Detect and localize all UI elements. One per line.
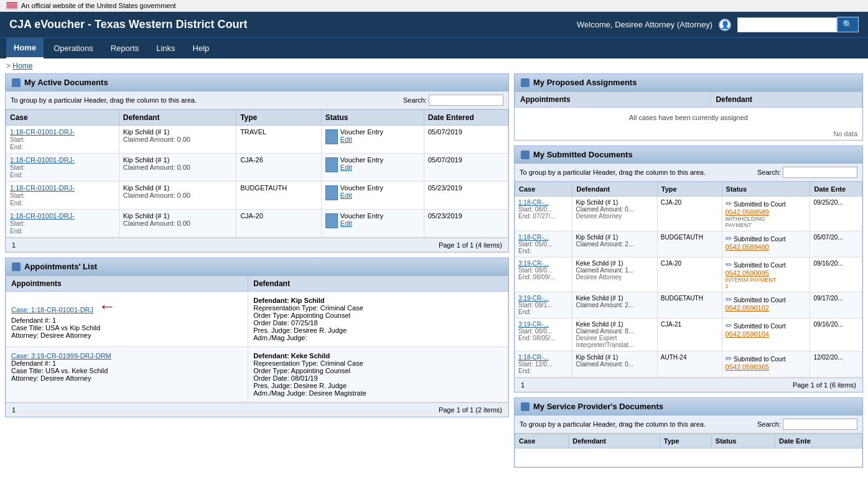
sub-col-case: Case (515, 182, 572, 197)
case-link[interactable]: 1:18-CR-01001-DRJ- (10, 156, 75, 164)
claimed-amount: Claimed Amount: 0.00 (123, 164, 190, 171)
proposed-assignments-title: My Proposed Assignments (533, 78, 637, 87)
sub-case-link[interactable]: 3:19-CR-... (518, 295, 549, 302)
appt-defendant-num: Defendant #: 1 (11, 317, 56, 324)
sub-case-cell: 1:18-CR-... Start: 12/0... End: (515, 351, 572, 378)
sub-col-status: Status (722, 182, 810, 197)
status-label: Voucher Entry (340, 212, 383, 220)
status-link[interactable]: 0542.0590102 (726, 304, 769, 312)
submitted-documents-panel: My Submitted Documents To group by a par… (514, 146, 863, 392)
service-provider-header: My Service Provider's Documents (515, 398, 862, 415)
edit-link[interactable]: Edit (340, 136, 352, 143)
sub-case-link[interactable]: 1:18-CR-... (518, 354, 549, 361)
status-link[interactable]: 0542.0588589 (726, 208, 769, 216)
active-docs-search-input[interactable] (429, 95, 503, 106)
status-link[interactable]: 0542.0590095 (726, 269, 769, 277)
appointments-list-header: Appointments' List (6, 258, 508, 276)
edit-link[interactable]: Edit (340, 164, 352, 171)
case-link[interactable]: 1:18-CR-01001-DRJ- (10, 184, 75, 192)
table-row: 1:18-CR-01001-DRJ- Start: End: Kip Schil… (6, 182, 508, 210)
sub-status-cell: ✏ Submitted to Court 0542.0588589 WITHHO… (722, 197, 810, 231)
left-column: My Active Documents To group by a partic… (5, 73, 509, 473)
sp-search-input[interactable] (783, 419, 857, 430)
sub-case-cell: 1:18-CR-... Start: 05/0... End: (515, 231, 572, 257)
date-cell: 05/07/2019 (424, 154, 508, 182)
footer-page-info: Page 1 of 1 (4 items) (439, 241, 502, 249)
sub-date-cell: 09/17/20... (810, 292, 862, 318)
sub-case-link[interactable]: 3:19-CR-... (518, 260, 549, 267)
defendant-cell: Kip Schild (# 1) Claimed Amount: 0.00 (119, 154, 236, 182)
sp-search-area: Search: (757, 419, 857, 430)
appt-col-appointments: Appointments (6, 276, 248, 292)
appointment-link[interactable]: Case: 3:19-CR-01999-DRJ-DRM (11, 352, 111, 359)
defendant-name: Kip Schild (# 1) (123, 212, 170, 220)
col-case: Case (6, 110, 119, 126)
sp-col-case: Case (515, 434, 569, 448)
edit-link[interactable]: Edit (340, 192, 352, 199)
nav-home[interactable]: Home (6, 38, 44, 58)
type-cell: CJA-20 (236, 210, 322, 238)
nav-reports[interactable]: Reports (103, 39, 147, 58)
breadcrumb-home[interactable]: Home (12, 62, 32, 70)
defendant-name: Kip Schild (# 1) (123, 184, 170, 192)
prop-col-defendant: Defendant (711, 92, 862, 108)
footer-page-num: 1 (12, 241, 16, 249)
case-end: End: (10, 228, 23, 234)
right-column: My Proposed Assignments Appointments Def… (514, 73, 863, 473)
status-label: Voucher Entry (340, 128, 383, 136)
sub-date-cell: 09/16/20... (810, 318, 862, 351)
sub-defendant-name: Kip Schild (# 1) (576, 234, 618, 241)
status-cell: Voucher Entry Edit (321, 210, 424, 238)
search-input[interactable] (737, 17, 837, 32)
sub-case-end: End: (518, 368, 531, 374)
nav-operations[interactable]: Operations (46, 39, 101, 58)
sub-case-cell: 3:19-CR-... Start: 08/0... End: 08/09/..… (515, 257, 572, 292)
sub-case-link[interactable]: 1:18-CR-... (518, 199, 549, 206)
sub-date-cell: 12/02/20... (810, 351, 862, 378)
sp-toolbar-text: To group by a particular Header, drag th… (520, 420, 706, 428)
sp-table: Case Defendant Type Status Date Ente (515, 434, 862, 467)
edit-link[interactable]: Edit (340, 220, 352, 227)
service-provider-title: My Service Provider's Documents (533, 402, 663, 411)
submitted-footer: 1 Page 1 of 1 (6 items) (515, 378, 862, 392)
proposed-table: Appointments Defendant All cases have be… (515, 91, 862, 128)
table-row: 1:18-CR-01001-DRJ- Start: End: Kip Schil… (6, 210, 508, 238)
defendant-bold: Defendant: Keke Schild (253, 352, 330, 359)
search-button[interactable]: 🔍 (837, 17, 859, 32)
status-link[interactable]: 0542.0590365 (726, 363, 769, 371)
pencil-icon: ✏ (726, 321, 732, 330)
sub-defendant-cell: Kip Schild (# 1) Claimed Amount: 0...Des… (572, 197, 657, 231)
proposed-assignments-header: My Proposed Assignments (515, 74, 862, 91)
claimed-amount: Claimed Amount: 0.00 (123, 220, 190, 227)
sub-case-start: Start: 09/1... (518, 302, 552, 308)
case-link[interactable]: 1:18-CR-01001-DRJ- (10, 212, 75, 220)
proposed-assignments-panel: My Proposed Assignments Appointments Def… (514, 73, 863, 141)
appt-cell: Case: 3:19-CR-01999-DRJ-DRM Defendant #:… (6, 347, 248, 402)
status-link[interactable]: 0542.0590104 (726, 330, 769, 338)
document-icon (325, 129, 338, 144)
sub-case-start: Start: 08/0... (518, 206, 552, 213)
sub-case-link[interactable]: 3:19-CR-... (518, 321, 549, 328)
status-link[interactable]: 0542.0589460 (726, 243, 769, 251)
sub-date-cell: 09/16/20... (810, 257, 862, 292)
submitted-docs-search-input[interactable] (783, 167, 857, 178)
sub-case-link[interactable]: 1:18-CR-... (518, 234, 549, 241)
case-start: Start: (10, 164, 25, 171)
appt-cell: Case: 1:18-CR-01001-DRJ← Defendant #: 1 … (6, 292, 248, 347)
sub-defendant-name: Keke Schild (# 1) (576, 321, 623, 328)
sp-empty-row (515, 448, 862, 467)
panel-icon (521, 402, 530, 411)
sub-case-cell: 3:19-CR-... Start: 08/0... End: 08/05/..… (515, 318, 572, 351)
sub-type-cell: CJA-21 (657, 318, 722, 351)
case-start: Start: (10, 220, 25, 227)
nav-links[interactable]: Links (149, 39, 182, 58)
table-row: 1:18-CR-01001-DRJ- Start: End: Kip Schil… (6, 126, 508, 154)
voucher-entry: Voucher Entry Edit (325, 156, 420, 172)
case-link[interactable]: 1:18-CR-01001-DRJ- (10, 128, 75, 136)
date-cell: 05/23/2019 (424, 210, 508, 238)
case-cell: 1:18-CR-01001-DRJ- Start: End: (6, 126, 119, 154)
nav-help[interactable]: Help (185, 39, 217, 58)
appointment-link[interactable]: Case: 1:18-CR-01001-DRJ (11, 306, 93, 313)
active-documents-toolbar: To group by a particular Header, drag th… (6, 91, 508, 109)
user-avatar-icon[interactable]: 👤 (719, 19, 731, 31)
